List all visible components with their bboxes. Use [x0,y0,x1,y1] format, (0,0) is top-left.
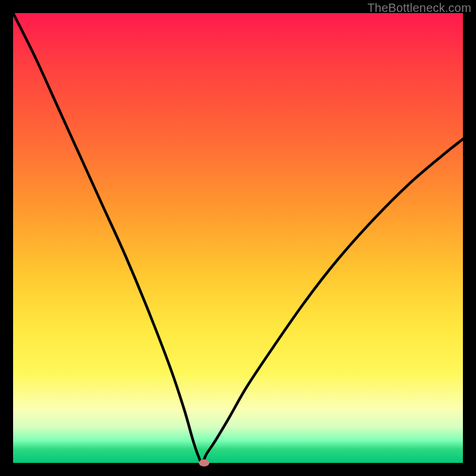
chart-frame: TheBottleneck.com [0,0,476,476]
plot-area [13,13,463,463]
bottleneck-curve [13,13,463,463]
optimal-point-marker [199,459,209,466]
